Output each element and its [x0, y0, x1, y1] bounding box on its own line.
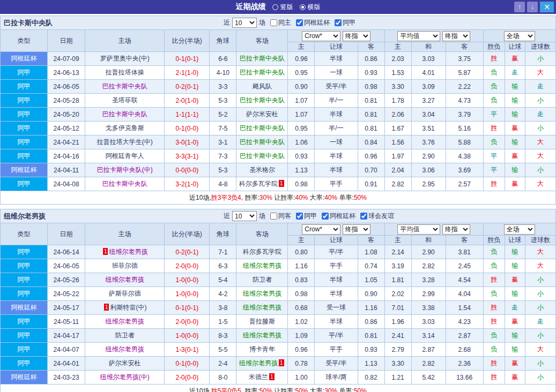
- filter-checkbox[interactable]: [360, 213, 367, 220]
- score-cell[interactable]: 2-0(0-0): [165, 315, 210, 329]
- summary-segment: 单率:: [337, 387, 354, 392]
- score-cell[interactable]: 1-0(0-0): [165, 287, 210, 301]
- recent-count-select[interactable]: 10: [232, 18, 257, 28]
- filter-option[interactable]: 阿根廷杯: [322, 212, 355, 221]
- home-team-cell[interactable]: 巴拉卡斯中央队: [85, 80, 165, 94]
- away-team-cell[interactable]: 纽维尔老男孩: [236, 329, 288, 343]
- home-team-cell[interactable]: 萨斯菲尔德: [85, 287, 165, 301]
- away-team-cell[interactable]: 科尔多瓦学院1: [236, 177, 288, 191]
- home-team-cell[interactable]: 戈多伊克鲁斯: [85, 122, 165, 135]
- away-team-cell[interactable]: 纽维尔老男孩: [236, 287, 288, 301]
- filter-checkbox[interactable]: [270, 213, 277, 220]
- home-team-cell[interactable]: 拉普拉塔体操: [85, 66, 165, 80]
- away-team-cell[interactable]: 萨尔米安杜: [236, 108, 288, 122]
- home-team-cell[interactable]: 纽维尔老男孩: [85, 273, 165, 287]
- home-team-cell[interactable]: 1纽维尔老男孩: [85, 245, 165, 259]
- col-odds-handicap: 让球: [315, 236, 358, 245]
- away-team-cell[interactable]: 巴拉卡斯中央队: [236, 52, 288, 66]
- filter-checkbox[interactable]: [335, 19, 342, 26]
- score-cell[interactable]: 3-2(1-0): [165, 177, 210, 191]
- score-cell[interactable]: 1-0(0-0): [165, 329, 210, 343]
- score-cell[interactable]: 0-1(0-1): [165, 301, 210, 315]
- scope-select[interactable]: 全场: [504, 31, 535, 41]
- avg-stage-select[interactable]: 终指: [442, 224, 470, 235]
- avg-stage-select[interactable]: 终指: [442, 31, 470, 41]
- score-cell[interactable]: 2-1(1-0): [165, 66, 210, 80]
- filter-checkbox[interactable]: [322, 213, 329, 220]
- home-team-cell[interactable]: 纽维尔老男孩(中): [85, 371, 165, 385]
- away-team-cell[interactable]: 普拉滕斯: [236, 315, 288, 329]
- filter-checkbox[interactable]: [296, 213, 303, 220]
- away-team-cell[interactable]: 圣米格尔: [236, 163, 288, 177]
- home-team-cell[interactable]: 巴拉卡斯中央队(中): [85, 163, 165, 177]
- score-cell[interactable]: 1-0(0-0): [165, 273, 210, 287]
- average-select[interactable]: 平均值: [397, 224, 440, 235]
- move-down-button[interactable]: ↓: [527, 2, 538, 12]
- score-cell[interactable]: 2-0(0-0): [165, 371, 210, 385]
- score-cell[interactable]: 0-2(0-1): [165, 80, 210, 94]
- home-team-cell[interactable]: 圣塔菲联: [85, 94, 165, 108]
- scope-select[interactable]: 全场: [504, 224, 535, 235]
- col-odds-away: 客: [358, 236, 384, 245]
- away-team-cell[interactable]: 纽维尔老男孩: [236, 259, 288, 273]
- home-team-cell[interactable]: 纽维尔老男孩: [85, 315, 165, 329]
- home-team-cell[interactable]: 萨尔米安杜: [85, 357, 165, 371]
- score-cell[interactable]: 2-0(1-0): [165, 94, 210, 108]
- move-up-button[interactable]: ↑: [514, 2, 525, 12]
- bookmaker-select[interactable]: Crow*: [302, 31, 340, 41]
- away-team-cell[interactable]: 米德兰1: [236, 371, 288, 385]
- team-name-link: 萨斯菲尔德: [109, 290, 141, 297]
- filter-option[interactable]: 同主: [270, 18, 291, 27]
- filter-checkbox[interactable]: [270, 19, 277, 26]
- odds-stage-select[interactable]: 终指: [343, 31, 370, 41]
- layout-vertical-option[interactable]: 竖版: [272, 3, 293, 12]
- away-team-cell[interactable]: 飓风队: [236, 80, 288, 94]
- close-icon[interactable]: ✕: [540, 2, 554, 12]
- score-cell[interactable]: 0-0(0-0): [165, 163, 210, 177]
- bookmaker-select[interactable]: Crow*: [302, 224, 340, 235]
- away-team-cell[interactable]: 博卡青年: [236, 343, 288, 357]
- score-cell[interactable]: 0-1(0-1): [165, 52, 210, 66]
- league-type-cell: 阿甲: [1, 343, 48, 357]
- home-team-cell[interactable]: 防卫者: [85, 329, 165, 343]
- home-team-cell[interactable]: 班菲尔德: [85, 259, 165, 273]
- score-cell[interactable]: 0-1(0-0): [165, 122, 210, 135]
- odds-stage-select[interactable]: 终指: [343, 224, 370, 235]
- col-away: 客场: [236, 30, 288, 52]
- score-cell[interactable]: 3-3(3-1): [165, 149, 210, 163]
- score-cell[interactable]: 0-2(0-1): [165, 245, 210, 259]
- average-select[interactable]: 平均值: [397, 31, 440, 41]
- match-row: 阿甲24-05-28圣塔菲联2-0(1-0)5-3巴拉卡斯中央队1.07半/一0…: [1, 94, 556, 108]
- home-team-cell[interactable]: 1利斯特雷(中): [85, 301, 165, 315]
- score-cell[interactable]: 3-0(1-0): [165, 135, 210, 149]
- score-cell[interactable]: 1-1(1-1): [165, 108, 210, 122]
- filter-option[interactable]: 阿甲: [296, 212, 317, 221]
- filter-checkbox[interactable]: [296, 19, 303, 26]
- recent-count-select[interactable]: 10: [232, 211, 257, 221]
- home-team-cell[interactable]: 巴拉卡斯中央队: [85, 177, 165, 191]
- home-team-cell[interactable]: 阿根廷青年人: [85, 149, 165, 163]
- score-cell[interactable]: 2-0(0-0): [165, 259, 210, 273]
- score-cell[interactable]: 0-1(0-0): [165, 357, 210, 371]
- filter-option[interactable]: 阿甲: [335, 18, 355, 27]
- away-team-cell[interactable]: 巴拉卡斯中央队: [236, 94, 288, 108]
- layout-horizontal-option[interactable]: 横版: [300, 3, 321, 12]
- score-cell[interactable]: 1-3(0-1): [165, 343, 210, 357]
- away-team-cell[interactable]: 巴拉卡斯中央队: [236, 66, 288, 80]
- away-team-cell[interactable]: 巴拉卡斯中央队: [236, 149, 288, 163]
- home-team-cell[interactable]: 巴拉卡斯中央队: [85, 108, 165, 122]
- filter-option[interactable]: 同客: [270, 212, 291, 221]
- away-team-cell[interactable]: 纽维尔老男孩1: [236, 357, 288, 371]
- away-team-cell[interactable]: 科尔多瓦学院: [236, 245, 288, 259]
- home-team-cell[interactable]: 拉普拉塔大学生(中): [85, 135, 165, 149]
- goals-result-cell: 大: [525, 66, 555, 80]
- away-team-cell[interactable]: 纽维尔老男孩: [236, 301, 288, 315]
- filter-option[interactable]: 球会友谊: [360, 212, 394, 221]
- away-team-cell[interactable]: 巴拉卡斯中央队: [236, 135, 288, 149]
- summary-row: 近10场,胜3平3负4, 胜率:30% 让胜率:40% 大率:40% 单率:50…: [1, 191, 556, 205]
- away-team-cell[interactable]: 巴拉卡斯中央队: [236, 122, 288, 135]
- filter-option[interactable]: 阿根廷杯: [296, 18, 330, 27]
- away-team-cell[interactable]: 防卫者: [236, 273, 288, 287]
- home-team-cell[interactable]: 罗萨里奥中央(中): [85, 52, 165, 66]
- home-team-cell[interactable]: 纽维尔老男孩: [85, 343, 165, 357]
